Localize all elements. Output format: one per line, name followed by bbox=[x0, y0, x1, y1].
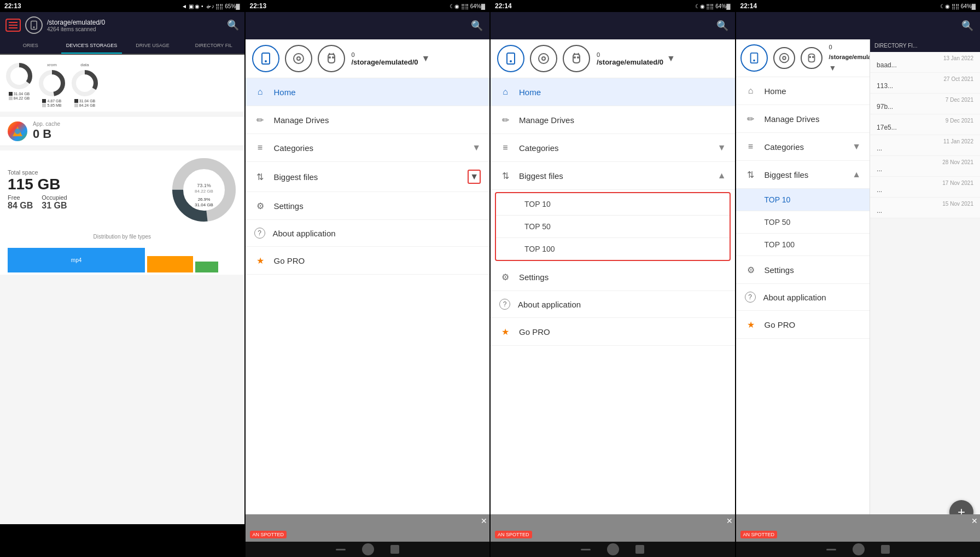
menu-item-go-pro-2[interactable]: ★ Go PRO bbox=[246, 247, 490, 275]
storage-path-4[interactable]: 0 /storage/emulated/0 ▼ bbox=[829, 44, 871, 72]
storage-selector-3: 0 /storage/emulated/0 ▼ bbox=[491, 39, 735, 78]
nav-home-3[interactable] bbox=[607, 543, 619, 555]
hamburger-button[interactable] bbox=[5, 19, 21, 32]
submenu-top50-4[interactable]: TOP 50 bbox=[736, 211, 870, 234]
sd-icon-3[interactable] bbox=[530, 45, 557, 72]
gear-icon-2: ⚙ bbox=[254, 200, 266, 212]
menu-item-about-2[interactable]: ? About application bbox=[246, 220, 490, 247]
menu-item-settings-4[interactable]: ⚙ Settings bbox=[736, 256, 870, 284]
question-icon-4: ? bbox=[745, 292, 756, 303]
nav-bar-4 bbox=[736, 542, 981, 557]
menu-item-categories-4[interactable]: ≡ Categories ▼ bbox=[736, 133, 870, 161]
storage-path-2[interactable]: 0 /storage/emulated/0 ▼ bbox=[352, 51, 483, 66]
storage-icons-sm-3 bbox=[497, 45, 590, 72]
expand-biggest-files-2[interactable]: ▼ bbox=[468, 170, 481, 184]
submenu-top10-4[interactable]: TOP 10 bbox=[736, 189, 870, 211]
search-icon-3[interactable]: 🔍 bbox=[716, 20, 728, 32]
nav-back-3[interactable] bbox=[581, 549, 591, 550]
screen3-dark-header: 🔍 bbox=[491, 12, 735, 39]
file-entry-3[interactable]: 9 Dec 2021 17e5... bbox=[870, 114, 980, 135]
gear-icon-4: ⚙ bbox=[745, 264, 757, 276]
submenu-top100-4[interactable]: TOP 100 bbox=[736, 234, 870, 256]
ad-close-3[interactable]: ✕ bbox=[726, 517, 733, 525]
submenu-top100-3[interactable]: TOP 100 bbox=[496, 238, 730, 260]
menu-item-settings-3[interactable]: ⚙ Settings bbox=[491, 263, 735, 291]
tab-directory-files[interactable]: DIRECTORY FIL bbox=[183, 38, 244, 54]
sd-icon-2[interactable] bbox=[285, 45, 312, 72]
sd-icon-4[interactable] bbox=[773, 47, 795, 69]
expand-categories-4[interactable]: ▼ bbox=[852, 142, 861, 152]
storage-selector-4: 0 /storage/emulated/0 ▼ bbox=[736, 39, 870, 77]
file-entry-0[interactable]: 13 Jan 2022 baad... bbox=[870, 52, 980, 73]
ad-badge-3: AN SPOTTED bbox=[495, 531, 532, 538]
expand-categories-3[interactable]: ▼ bbox=[718, 143, 726, 153]
home-icon-4: ⌂ bbox=[745, 85, 757, 97]
app-header-1: /storage/emulated/0 4264 items scanned 🔍 bbox=[0, 12, 244, 38]
svg-point-18 bbox=[265, 61, 266, 62]
screen2-dark-header: 🔍 bbox=[246, 12, 490, 39]
phone-storage-icon-2[interactable] bbox=[252, 45, 279, 72]
menu-item-biggest-files-2[interactable]: ⇅ Biggest files ▼ bbox=[246, 162, 490, 192]
tabs-row-1: ORIES DEVICE'S STORAGES DRIVE USAGE DIRE… bbox=[0, 38, 244, 55]
menu-item-manage-drives-3[interactable]: ✏ Manage Drives bbox=[491, 106, 735, 134]
expand-biggest-files-4[interactable]: ▲ bbox=[852, 170, 861, 179]
file-entry-5[interactable]: 28 Nov 2021 ... bbox=[870, 156, 980, 177]
nav-home-4[interactable] bbox=[853, 543, 865, 555]
menu-item-categories-3[interactable]: ≡ Categories ▼ bbox=[491, 134, 735, 162]
submenu-top10-3[interactable]: TOP 10 bbox=[496, 193, 730, 216]
cache-text: App. cache 0 B bbox=[33, 121, 60, 141]
sort-icon-4: ⇅ bbox=[745, 169, 757, 181]
list-icon-3: ≡ bbox=[499, 142, 511, 154]
time-4: 22:14 bbox=[740, 2, 757, 10]
file-entry-7[interactable]: 15 Nov 2021 ... bbox=[870, 198, 980, 218]
file-entry-2[interactable]: 7 Dec 2021 97b... bbox=[870, 94, 980, 114]
nav-recents-2[interactable] bbox=[390, 545, 399, 554]
search-icon[interactable]: 🔍 bbox=[227, 19, 239, 31]
tab-device-storages[interactable]: DEVICE'S STORAGES bbox=[61, 38, 122, 54]
menu-item-biggest-files-4[interactable]: ⇅ Biggest files ▲ bbox=[736, 161, 870, 189]
ad-close-2[interactable]: ✕ bbox=[481, 517, 487, 525]
nav-recents-3[interactable] bbox=[635, 545, 644, 554]
menu-item-manage-drives-2[interactable]: ✏ Manage Drives bbox=[246, 106, 490, 134]
status-icons-4: ☾◉ ⣿⣿ 64%▓ bbox=[940, 3, 976, 9]
expand-categories-2[interactable]: ▼ bbox=[472, 143, 481, 153]
file-entry-1[interactable]: 27 Oct 2021 113... bbox=[870, 73, 980, 94]
submenu-top50-3[interactable]: TOP 50 bbox=[496, 216, 730, 238]
list-icon-4: ≡ bbox=[745, 141, 757, 153]
svg-point-26 bbox=[510, 61, 511, 62]
expand-biggest-files-3[interactable]: ▲ bbox=[718, 171, 726, 181]
nav-back-4[interactable] bbox=[826, 549, 836, 550]
storage-path-3[interactable]: 0 /storage/emulated/0 ▼ bbox=[597, 51, 728, 66]
svg-point-35 bbox=[779, 54, 789, 63]
phone-storage-icon-3[interactable] bbox=[497, 45, 524, 72]
search-icon-4[interactable]: 🔍 bbox=[961, 20, 973, 32]
android-icon-3[interactable] bbox=[563, 45, 590, 72]
screen-2: 22:13 ☾◉ ⣿⣿ 64%▓ 🔍 bbox=[246, 0, 490, 557]
menu-item-home-4[interactable]: ⌂ Home bbox=[736, 77, 870, 105]
tab-histories[interactable]: ORIES bbox=[0, 38, 61, 54]
menu-item-about-4[interactable]: ? About application bbox=[736, 284, 870, 311]
svg-point-1 bbox=[33, 27, 34, 28]
phone-storage-icon-4[interactable] bbox=[740, 44, 768, 72]
tab-drive-usage[interactable]: DRIVE USAGE bbox=[122, 38, 183, 54]
menu-item-go-pro-4[interactable]: ★ Go PRO bbox=[736, 311, 870, 339]
menu-item-categories-2[interactable]: ≡ Categories ▼ bbox=[246, 134, 490, 162]
nav-home-2[interactable] bbox=[362, 543, 374, 555]
status-bar-3: 22:14 ☾◉ ⣿⣿ 64%▓ bbox=[491, 0, 735, 12]
menu-item-home-2[interactable]: ⌂ Home bbox=[246, 78, 490, 106]
menu-item-settings-2[interactable]: ⚙ Settings bbox=[246, 192, 490, 220]
sort-icon-2: ⇅ bbox=[254, 171, 266, 183]
menu-item-biggest-files-3[interactable]: ⇅ Biggest files ▲ bbox=[491, 162, 735, 190]
nav-back-2[interactable] bbox=[336, 549, 346, 550]
nav-recents-4[interactable] bbox=[881, 545, 890, 554]
file-entry-4[interactable]: 11 Jan 2022 ... bbox=[870, 135, 980, 156]
android-icon-2[interactable] bbox=[318, 45, 345, 72]
menu-item-go-pro-3[interactable]: ★ Go PRO bbox=[491, 318, 735, 346]
menu-item-manage-drives-4[interactable]: ✏ Manage Drives bbox=[736, 105, 870, 133]
file-entry-6[interactable]: 17 Nov 2021 ... bbox=[870, 177, 980, 198]
menu-item-home-3[interactable]: ⌂ Home bbox=[491, 78, 735, 106]
ad-close-4[interactable]: ✕ bbox=[971, 517, 978, 525]
android-icon-4[interactable] bbox=[801, 47, 822, 69]
menu-item-about-3[interactable]: ? About application bbox=[491, 291, 735, 318]
search-icon-2[interactable]: 🔍 bbox=[471, 20, 483, 32]
